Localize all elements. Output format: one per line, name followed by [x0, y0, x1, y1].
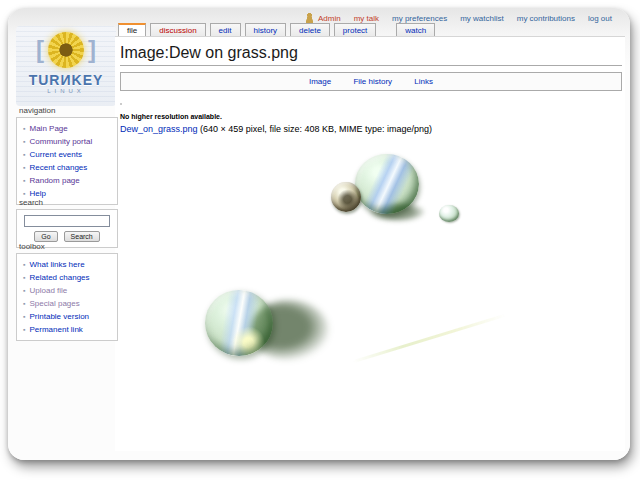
navigation-label: navigation: [16, 106, 118, 115]
tab-protect[interactable]: protect: [334, 23, 376, 37]
permanent-link-link[interactable]: Permanent link: [29, 325, 82, 334]
help-link[interactable]: Help: [29, 189, 45, 198]
logo-subtitle-text: LINUX: [16, 88, 116, 94]
sidebar-item-what-links-here[interactable]: What links here: [21, 258, 115, 271]
search-input[interactable]: [24, 215, 110, 227]
sidebar-item-printable-version[interactable]: Printable version: [21, 310, 115, 323]
upload-file-link[interactable]: Upload file: [29, 286, 67, 295]
image-preview-link[interactable]: [120, 103, 122, 105]
main-page-link[interactable]: Main Page: [29, 124, 67, 133]
logo-art: [ ]: [16, 28, 116, 72]
page-tabs: file discussion edit history delete prot…: [118, 23, 439, 37]
tab-discussion[interactable]: discussion: [150, 23, 205, 37]
sunflower-icon: [48, 32, 84, 68]
tab-watch[interactable]: watch: [396, 23, 435, 37]
go-button[interactable]: Go: [34, 231, 57, 242]
my-preferences-link[interactable]: my preferences: [392, 14, 447, 23]
tab-delete[interactable]: delete: [290, 23, 330, 37]
sidebar-item-special-pages[interactable]: Special pages: [21, 297, 115, 310]
recent-changes-link[interactable]: Recent changes: [29, 163, 87, 172]
bracket-left-icon: [: [36, 38, 44, 62]
my-watchlist-link[interactable]: my watchlist: [460, 14, 504, 23]
toolbox-label: toolbox: [16, 242, 118, 251]
sidebar-item-random-page[interactable]: Random page: [21, 174, 115, 187]
my-talk-link[interactable]: my talk: [354, 14, 379, 23]
user-icon: [305, 13, 314, 23]
search-label: search: [16, 198, 118, 207]
special-pages-link[interactable]: Special pages: [29, 299, 79, 308]
personal-bar: Admin my talk my preferences my watchlis…: [305, 13, 612, 23]
content-area: Image:Dew on grass.png Image File histor…: [115, 36, 625, 451]
current-events-link[interactable]: Current events: [29, 150, 81, 159]
search-button[interactable]: Search: [64, 231, 100, 242]
no-higher-resolution-note: No higher resolution available.: [120, 113, 625, 120]
file-download-link[interactable]: Dew_on_grass.png: [120, 124, 198, 134]
browser-page-card: Admin my talk my preferences my watchlis…: [8, 8, 630, 460]
page-title: Image:Dew on grass.png: [120, 44, 622, 66]
sidebar-item-recent-changes[interactable]: Recent changes: [21, 161, 115, 174]
navigation-portlet: navigation Main Page Community portal Cu…: [16, 106, 118, 205]
sidebar-item-permanent-link[interactable]: Permanent link: [21, 323, 115, 336]
filetoc-image-link[interactable]: Image: [309, 77, 331, 86]
sidebar-item-related-changes[interactable]: Related changes: [21, 271, 115, 284]
what-links-here-link[interactable]: What links here: [29, 260, 84, 269]
toolbox-portlet: toolbox What links here Related changes …: [16, 242, 118, 341]
sidebar-item-upload-file[interactable]: Upload file: [21, 284, 115, 297]
sidebar-item-community-portal[interactable]: Community portal: [21, 135, 115, 148]
community-portal-link[interactable]: Community portal: [29, 137, 92, 146]
filetoc-links-link[interactable]: Links: [414, 77, 433, 86]
filetoc-file-history-link[interactable]: File history: [353, 77, 392, 86]
my-contributions-link[interactable]: my contributions: [517, 14, 575, 23]
logo-brand-text: TURИKEY: [16, 72, 116, 88]
printable-version-link[interactable]: Printable version: [29, 312, 89, 321]
file-details-text: (640 × 459 pixel, file size: 408 KB, MIM…: [200, 124, 432, 134]
tab-edit[interactable]: edit: [210, 23, 241, 37]
related-changes-link[interactable]: Related changes: [29, 273, 89, 282]
log-out-link[interactable]: log out: [588, 14, 612, 23]
tab-file[interactable]: file: [118, 23, 146, 37]
file-info-line: Dew_on_grass.png (640 × 459 pixel, file …: [120, 124, 625, 134]
random-page-link[interactable]: Random page: [29, 176, 79, 185]
file-toc: Image File history Links: [120, 72, 622, 91]
tab-history[interactable]: history: [245, 23, 287, 37]
site-logo[interactable]: [ ] TURИKEY LINUX: [16, 26, 116, 106]
username-link[interactable]: Admin: [318, 14, 341, 23]
sidebar-item-main-page[interactable]: Main Page: [21, 122, 115, 135]
bracket-right-icon: ]: [88, 38, 96, 62]
search-portlet: search Go Search: [16, 198, 118, 248]
sidebar-item-current-events[interactable]: Current events: [21, 148, 115, 161]
